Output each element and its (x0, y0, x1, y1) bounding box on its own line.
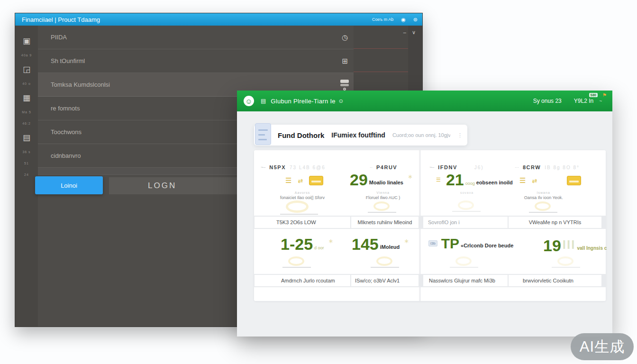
label-strip-bottom: Amdrnch Jurlo rcoutam ISw/co; o3bV Aclv1… (254, 274, 606, 287)
card-b-value: 29 Moalio linales ∗ (350, 173, 413, 187)
titlebar-badges: S80 ⚑ (589, 92, 607, 98)
header-prefix: ··· (515, 165, 519, 170)
field-label: re fomnots (51, 105, 80, 112)
stats-panel: ~– N5PX 73 L4B 6@6 ☰ ⇄ Aavorss fonaiciet… (254, 150, 606, 301)
fund-subtitle: IFumiex foutftind (331, 131, 385, 139)
card-d-footer-label: VWeaMe np n VYTRIs (509, 217, 601, 228)
header-prefix: ·· (370, 165, 373, 170)
transfer-arrows-icon: ⇄ (298, 177, 303, 184)
titlebar-actions: Coeъ m Ab ◉ ⊚ (372, 17, 418, 23)
bank-card-icon (567, 176, 581, 185)
grid-icon[interactable]: ⊞ (342, 57, 348, 65)
card-g-footer-label: Nasswlcrs Glujrur mafc Mi3b (423, 275, 508, 286)
card-a-icons: ☰ ⇄ (285, 176, 323, 185)
stat-card-h: 19 III vaII Ingnsis c (510, 229, 606, 274)
card-g-value: i3b TP «Crlconb Dore beude (428, 237, 513, 250)
label-strip-top: T5K3 2O6s LOW Mlknets ruhiinv Mleoind So… (254, 216, 606, 229)
strip-gap (419, 216, 423, 229)
fund-titlebar[interactable]: ☺ ▤ Glubun Plrelle-Tiarn Ie ⊙ Sy onus 23… (237, 91, 612, 111)
sparkle-icon: ∗ (408, 173, 413, 180)
status-badge: S80 (589, 93, 598, 97)
header-prefix: ~– (261, 165, 265, 170)
header-prefix: ~– (429, 165, 434, 170)
minimize-icon[interactable]: – (403, 29, 406, 36)
field-row-1[interactable]: PIIDA ◷ (38, 26, 354, 49)
card-e-footer-label: Amdrnch Jurlo rcoutam (255, 275, 350, 286)
trading-window-title: Finamciiael | Prouct Tdaamg (22, 16, 100, 23)
card-h-value: 19 III vaII Ingnsis c (543, 237, 607, 253)
app-logo-icon: ☺ (244, 96, 254, 106)
sidebar-label: 24 (24, 169, 29, 180)
card-c-footer-label: SovrofIO jon i (423, 217, 508, 228)
monitor-icon[interactable]: ▣ (23, 32, 30, 49)
stat-card-f: 145 iMoleud ∗ (351, 229, 419, 274)
field-row-2[interactable]: Sh tOunfirml ⊞ (38, 49, 354, 73)
info-icon[interactable]: ⊙ (339, 98, 343, 104)
card-c-value: ☰ 21 ooog eobseen inoild (436, 173, 513, 187)
bank-icon: ▤ (261, 98, 266, 104)
header-code: N5PX (269, 164, 286, 170)
building-icon[interactable]: ▤ (23, 129, 30, 146)
header-code: P4RUV (376, 164, 397, 170)
sidebar-label: Ma 5 (22, 106, 31, 118)
status-text-a[interactable]: Sy onus 23 (533, 98, 562, 104)
fund-title: Fund Dothork (278, 131, 324, 139)
sparkle-icon: ∗ (328, 237, 334, 245)
titlebar-menu-text: Coeъ m Ab (372, 17, 393, 22)
card-d-caption: Iswana Oansa Ilv ioon Yeok. (510, 191, 577, 200)
sidebar: ▣ 40a 9 ◲ 40 o ▦ Ma 5 46:2 ▤ 36 s 51 24 (15, 26, 38, 327)
stat-card-e: 1-25 d oor ∗ (254, 229, 351, 274)
status-text-b[interactable]: Y9L2 In (574, 98, 593, 104)
fund-window-title: Glubun Plrelle-Tiarn Ie (271, 98, 335, 105)
field-label: Sh tOunfirml (51, 57, 85, 64)
sidebar-label: 36 s (22, 146, 30, 157)
sidebar-label: 40a 9 (21, 49, 32, 61)
strip-gap (419, 274, 423, 287)
card-c-caption: sovava (424, 191, 510, 194)
card-a-caption: Aavorss fonaiciet Ilao ooi(| Sforv (254, 191, 351, 200)
fund-window: ☺ ▤ Glubun Plrelle-Tiarn Ie ⊙ Sy onus 23… (237, 91, 612, 337)
eye-icon[interactable]: ◉ (401, 17, 406, 23)
sketch-doodle (452, 200, 481, 212)
sketch-doodle (371, 255, 399, 268)
collapse-controls: – ∨ (403, 29, 416, 36)
field-label: Tomksa Kumdslconlsi (51, 81, 110, 88)
titlebar-status: Sy onus 23 Y9L2 In ~ (533, 98, 602, 104)
field-label: PIIDA (51, 34, 67, 41)
terminal-pad-icon[interactable]: ▦ (23, 89, 30, 106)
header-ghost: IB 8g 8O 8° (545, 165, 580, 170)
card-d-header: ··· 8CRW IB 8g 8O 8° (515, 164, 580, 170)
card-h-footer-label: brwviorvletic Cooikutn (509, 275, 601, 286)
trading-titlebar[interactable]: Finamciiael | Prouct Tdaamg Coeъ m Ab ◉ … (15, 13, 422, 26)
clock-icon[interactable]: ◷ (342, 33, 348, 42)
sidebar-label: 40 o (22, 78, 31, 89)
fund-document-icon (255, 123, 271, 145)
stat-card-c: ~– IFDNV J6) ☰ 21 ooog eobseen inoild so… (424, 150, 510, 216)
ai-generated-watermark: AI生成 (571, 333, 634, 360)
search-doc-icon[interactable]: ◲ (23, 61, 30, 78)
card-b-caption: Vienna Floruel Ilwo AUC ) (347, 191, 419, 200)
coins-icon: ☰ (285, 176, 291, 185)
transfer-arrows-icon: ⇄ (532, 177, 537, 184)
card-f-footer-label: ISw/co; o3bV Aclv1 (351, 275, 419, 286)
bank-card-icon (309, 176, 323, 185)
sparkle-icon: ∗ (404, 237, 409, 245)
header-ghost: 73 L4B 6@6 (290, 165, 326, 170)
sidebar-label: 46:2 (22, 118, 31, 129)
sketch-doodle (552, 255, 580, 268)
card-b-footer-label: Mlknets ruhiinv Mleoind (351, 217, 419, 228)
stat-card-b: ·· P4RUV 29 Moalio linales ∗ Vienna Flor… (347, 150, 419, 216)
field-label: Toochwons (51, 128, 82, 136)
kebab-menu-icon[interactable]: ⋮ (457, 132, 467, 138)
chevron-down-icon[interactable]: ∨ (412, 29, 416, 36)
sidebar-label: 51 (24, 157, 29, 169)
card-reader-icon[interactable] (340, 79, 349, 91)
stat-card-a: ~– N5PX 73 L4B 6@6 ☰ ⇄ Aavorss fonaiciet… (254, 150, 351, 216)
fund-header-card[interactable]: Fund Dothork IFumiex foutftind Cuord;oo … (254, 125, 467, 146)
card-e-value: 1-25 d oor ∗ (281, 237, 333, 251)
header-ghost: J6) (474, 165, 484, 170)
header-code: 8CRW (523, 164, 541, 170)
login-button[interactable]: Loinoi (35, 176, 103, 194)
logn-button[interactable]: LOGN (109, 177, 238, 194)
account-icon[interactable]: ⊚ (413, 17, 418, 23)
